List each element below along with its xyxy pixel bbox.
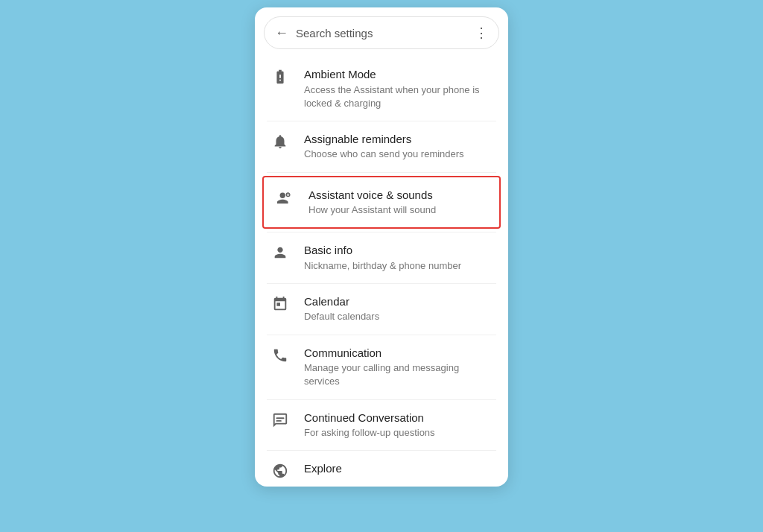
settings-item-ambient-mode[interactable]: Ambient Mode Access the Assistant when y…: [255, 57, 508, 121]
ambient-mode-content: Ambient Mode Access the Assistant when y…: [304, 67, 496, 110]
search-bar: ← Search settings ⋮: [264, 16, 499, 49]
assistant-voice-title: Assistant voice & sounds: [308, 188, 492, 203]
search-label: Search settings: [296, 27, 475, 39]
settings-item-assignable-reminders[interactable]: Assignable reminders Choose who can send…: [255, 121, 508, 172]
communication-content: Communication Manage your calling and me…: [304, 346, 496, 389]
divider-2: [267, 172, 496, 173]
svg-rect-4: [276, 420, 282, 422]
voice-sounds-icon: [271, 189, 298, 206]
settings-item-communication[interactable]: Communication Manage your calling and me…: [255, 335, 508, 399]
continued-conversation-title: Continued Conversation: [304, 411, 496, 425]
settings-list: Ambient Mode Access the Assistant when y…: [255, 54, 508, 487]
communication-title: Communication: [304, 346, 496, 361]
calendar-subtitle: Default calendars: [304, 310, 496, 323]
calendar-title: Calendar: [304, 294, 496, 309]
explore-icon: [267, 463, 294, 479]
settings-item-explore[interactable]: Explore: [255, 451, 508, 484]
svg-point-2: [288, 194, 289, 195]
assignable-reminders-subtitle: Choose who can send you reminders: [304, 148, 496, 161]
svg-rect-3: [276, 417, 285, 419]
svg-point-0: [280, 192, 285, 197]
calendar-content: Calendar Default calendars: [304, 294, 496, 324]
calendar-icon: [267, 296, 294, 312]
settings-item-assistant-voice[interactable]: Assistant voice & sounds How your Assist…: [262, 176, 501, 229]
settings-item-basic-info[interactable]: Basic info Nickname, birthday & phone nu…: [255, 232, 508, 283]
continued-conversation-subtitle: For asking follow-up questions: [304, 426, 496, 440]
basic-info-title: Basic info: [304, 243, 496, 258]
more-options-button[interactable]: ⋮: [475, 25, 488, 41]
battery-ambient-icon: [267, 69, 294, 85]
ambient-mode-title: Ambient Mode: [304, 67, 496, 82]
explore-title: Explore: [304, 461, 496, 476]
explore-content: Explore: [304, 461, 496, 476]
settings-item-calendar[interactable]: Calendar Default calendars: [255, 284, 508, 335]
assistant-voice-subtitle: How your Assistant will sound: [308, 203, 492, 217]
assignable-reminders-title: Assignable reminders: [304, 132, 496, 147]
settings-item-continued-conversation[interactable]: Continued Conversation For asking follow…: [255, 400, 508, 451]
communication-subtitle: Manage your calling and messaging servic…: [304, 361, 496, 388]
chat-icon: [267, 412, 294, 428]
phone-icon: [267, 347, 294, 364]
ambient-mode-subtitle: Access the Assistant when your phone is …: [304, 83, 496, 110]
back-button[interactable]: ←: [275, 25, 288, 41]
phone-container: ← Search settings ⋮ Ambient Mode Access …: [255, 7, 508, 487]
basic-info-content: Basic info Nickname, birthday & phone nu…: [304, 243, 496, 273]
person-icon: [267, 244, 294, 261]
continued-conversation-content: Continued Conversation For asking follow…: [304, 411, 496, 440]
basic-info-subtitle: Nickname, birthday & phone number: [304, 259, 496, 273]
assistant-voice-content: Assistant voice & sounds How your Assist…: [308, 188, 492, 218]
assignable-reminders-content: Assignable reminders Choose who can send…: [304, 132, 496, 162]
reminders-icon: [267, 133, 294, 150]
